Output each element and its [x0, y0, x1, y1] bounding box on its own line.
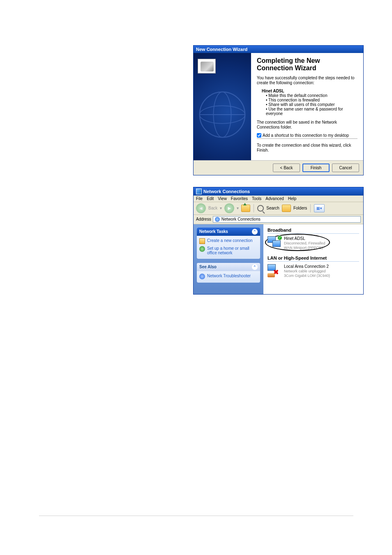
menu-help[interactable]: Help: [288, 196, 297, 201]
summary-bullet: Share with all users of this computer: [266, 102, 357, 107]
see-also-panel: See Also ⌃ Network Troubleshooter: [197, 263, 260, 283]
address-field[interactable]: Network Connections: [213, 216, 361, 223]
wizard-intro-text: You have successfully completed the step…: [257, 76, 357, 85]
back-label: Back: [208, 206, 217, 210]
network-tasks-title: Network Tasks: [199, 229, 228, 234]
menu-favorites[interactable]: Favorites: [231, 196, 248, 201]
menu-tools[interactable]: Tools: [252, 196, 261, 201]
connection-status: Network cable unplugged: [284, 269, 330, 274]
broadband-connection-icon: ✓: [267, 236, 281, 249]
connection-name: Hinet ADSL: [284, 236, 325, 241]
connection-name: Hinet ADSL: [262, 89, 357, 93]
toolbar-divider: [310, 204, 311, 212]
wizard-photo-icon: [198, 59, 216, 74]
cancel-button[interactable]: Cancel: [332, 164, 359, 172]
connection-item-lan2[interactable]: ✖ Local Area Connection 2 Network cable …: [267, 264, 359, 278]
tasks-side-pane: Network Tasks ⌃ Create a new connection …: [194, 224, 263, 294]
wizard-sidebar-graphic: [194, 53, 251, 160]
toolbar: ◄ Back ▾ ► ▾ Search Folders ▦▾: [194, 202, 363, 215]
globe-icon: [198, 90, 247, 139]
menu-advanced[interactable]: Advanced: [265, 196, 284, 201]
task-create-new-connection[interactable]: Create a new connection: [199, 238, 258, 244]
new-connection-wizard-dialog: New Connection Wizard Completing the New…: [193, 45, 364, 175]
category-broadband-header: Broadband: [267, 228, 359, 234]
category-lan-header: LAN or High-Speed Internet: [267, 256, 359, 262]
menu-bar: File Edit View Favorites Tools Advanced …: [194, 196, 363, 202]
collapse-icon[interactable]: ⌃: [252, 264, 258, 270]
address-icon: [215, 217, 220, 222]
default-check-badge-icon: ✓: [277, 235, 282, 240]
home-network-icon: [199, 246, 205, 252]
wizard-saved-text: The connection will be saved in the Netw…: [257, 120, 357, 130]
window-title: Network Connections: [203, 189, 250, 194]
task-link-label: Network Troubleshooter: [207, 274, 251, 279]
network-tasks-panel: Network Tasks ⌃ Create a new connection …: [197, 228, 260, 259]
finish-button[interactable]: Finish: [302, 164, 330, 172]
connection-name: Local Area Connection 2: [284, 264, 330, 269]
address-bar: Address Network Connections: [194, 215, 363, 224]
new-connection-icon: [199, 238, 205, 244]
summary-bullet: Use the same user name & password for ev…: [266, 107, 357, 116]
wizard-titlebar[interactable]: New Connection Wizard: [194, 46, 363, 53]
up-folder-button[interactable]: [241, 205, 250, 212]
explorer-titlebar[interactable]: Network Connections: [194, 187, 363, 196]
task-link-label: Create a new connection: [207, 238, 253, 243]
search-label[interactable]: Search: [266, 206, 279, 210]
wizard-finish-text: To create the connection and close this …: [257, 143, 357, 153]
network-tasks-header[interactable]: Network Tasks ⌃: [197, 228, 260, 236]
forward-nav-button[interactable]: ►: [224, 203, 234, 213]
back-nav-button[interactable]: ◄: [196, 203, 206, 213]
page-footer-divider: [39, 516, 353, 516]
desktop-shortcut-checkbox[interactable]: [257, 133, 261, 138]
search-icon[interactable]: [257, 205, 264, 212]
forward-dropdown-icon[interactable]: ▾: [237, 206, 239, 210]
back-button[interactable]: < Back: [273, 164, 300, 172]
views-button[interactable]: ▦▾: [314, 204, 325, 212]
lan-connection-icon: ✖: [267, 264, 281, 276]
menu-view[interactable]: View: [218, 196, 227, 201]
see-also-title: See Also: [199, 265, 217, 269]
network-connections-window: Network Connections File Edit View Favor…: [193, 187, 364, 295]
task-setup-home-office[interactable]: Set up a home or small office network: [199, 246, 258, 256]
address-value: Network Connections: [221, 217, 261, 221]
toolbar-divider: [254, 204, 254, 212]
connection-status: Disconnected, Firewalled: [284, 241, 325, 246]
troubleshooter-icon: [199, 274, 205, 279]
collapse-icon[interactable]: ⌃: [252, 229, 258, 235]
connection-device: WAN Miniport (PPPOE): [284, 246, 325, 250]
connections-content-pane: Broadband ✓ Hinet ADSL Disconnected, Fir…: [263, 224, 363, 294]
network-connections-icon: [196, 189, 202, 194]
folders-label[interactable]: Folders: [293, 206, 307, 210]
back-dropdown-icon[interactable]: ▾: [220, 206, 222, 210]
folders-icon[interactable]: [282, 205, 291, 212]
summary-bullet: This connection is firewalled: [266, 98, 357, 102]
connection-device: 3Com Gigabit LOM (3C940): [284, 274, 330, 278]
menu-file[interactable]: File: [196, 196, 203, 201]
task-link-label: Set up a home or small office network: [207, 246, 258, 256]
wizard-heading: Completing the New Connection Wizard: [257, 57, 357, 72]
address-label: Address: [196, 217, 211, 221]
see-also-header[interactable]: See Also ⌃: [197, 263, 260, 271]
see-also-network-troubleshooter[interactable]: Network Troubleshooter: [199, 274, 258, 279]
wizard-connection-summary: Hinet ADSL Make this the default connect…: [262, 89, 357, 116]
summary-bullet: Make this the default connection: [266, 93, 357, 98]
connection-item-hinet-adsl[interactable]: ✓ Hinet ADSL Disconnected, Firewalled WA…: [267, 236, 359, 250]
desktop-shortcut-label[interactable]: Add a shortcut to this connection to my …: [263, 133, 349, 138]
menu-edit[interactable]: Edit: [207, 196, 214, 201]
